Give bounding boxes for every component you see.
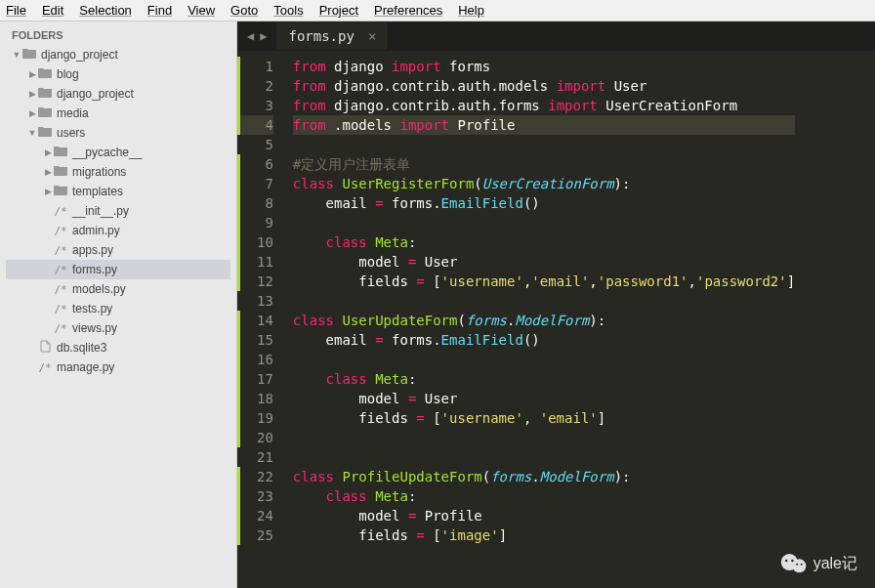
line-number[interactable]: 11	[237, 252, 273, 272]
code-line[interactable]: #定义用户注册表单	[293, 154, 795, 174]
tree-item-label: django_project	[57, 87, 134, 101]
menu-selection[interactable]: Selection	[79, 3, 131, 18]
line-number[interactable]: 4	[237, 115, 273, 135]
tree-item-templates[interactable]: ▶templates	[6, 182, 230, 201]
line-number[interactable]: 3	[237, 96, 273, 115]
tree-item-admin-py[interactable]: /*admin.py	[6, 221, 230, 240]
menu-project[interactable]: Project	[319, 3, 358, 18]
code-line[interactable]: from django.contrib.auth.models import U…	[293, 76, 795, 96]
code-line[interactable]: class ProfileUpdateForm(forms.ModelForm)…	[293, 467, 795, 486]
code-line[interactable]: class Meta:	[293, 369, 795, 389]
code-line[interactable]: model = User	[293, 252, 795, 272]
tree-item-forms-py[interactable]: /*forms.py	[6, 260, 230, 279]
code-line[interactable]: email = forms.EmailField()	[293, 193, 795, 213]
folder-icon	[53, 165, 68, 179]
code-line[interactable]	[293, 447, 795, 467]
tree-item-users[interactable]: ▼users	[6, 123, 230, 143]
chevron-down-icon[interactable]: ▼	[27, 128, 37, 138]
tree-item-migrations[interactable]: ▶migrations	[6, 162, 230, 182]
menu-tools[interactable]: Tools	[273, 3, 303, 18]
nav-next-icon[interactable]: ▶	[260, 29, 267, 43]
tree-item-apps-py[interactable]: /*apps.py	[6, 240, 230, 260]
code-line[interactable]	[293, 213, 795, 232]
menubar: FileEditSelectionFindViewGotoToolsProjec…	[0, 0, 875, 21]
nav-prev-icon[interactable]: ◀	[247, 29, 254, 43]
tree-item-label: blog	[57, 67, 79, 81]
menu-goto[interactable]: Goto	[230, 3, 258, 18]
line-number[interactable]: 25	[237, 525, 273, 545]
menu-edit[interactable]: Edit	[42, 3, 63, 18]
tree-item-django_project[interactable]: ▼django_project	[6, 45, 230, 64]
chevron-right-icon[interactable]: ▶	[43, 167, 53, 177]
tree-item-tests-py[interactable]: /*tests.py	[6, 299, 230, 318]
tree-item-models-py[interactable]: /*models.py	[6, 279, 230, 299]
code-line[interactable]: fields = ['username','email','password1'…	[293, 272, 795, 291]
line-number[interactable]: 12	[237, 272, 273, 291]
menu-find[interactable]: Find	[147, 3, 172, 18]
line-number[interactable]: 8	[237, 193, 273, 213]
chevron-down-icon[interactable]: ▼	[12, 50, 21, 60]
code-line[interactable]: class UserUpdateForm(forms.ModelForm):	[293, 311, 795, 330]
line-number[interactable]: 19	[237, 408, 273, 428]
code-line[interactable]	[293, 291, 795, 311]
code-line[interactable]: from django.contrib.auth.forms import Us…	[293, 96, 795, 115]
line-number[interactable]: 23	[237, 486, 273, 506]
code-line[interactable]: fields = ['username', 'email']	[293, 408, 795, 428]
line-number[interactable]: 5	[257, 135, 273, 154]
chevron-right-icon[interactable]: ▶	[27, 89, 37, 99]
code-line[interactable]: from django import forms	[293, 57, 795, 76]
tree-item-__init__-py[interactable]: /*__init__.py	[6, 201, 230, 221]
code-editor[interactable]: 1234567891011121314151617181920212223242…	[237, 51, 875, 588]
tree-item-django_project[interactable]: ▶django_project	[6, 84, 230, 104]
line-number[interactable]: 18	[237, 389, 273, 408]
tree-item-manage-py[interactable]: /*manage.py	[6, 357, 230, 377]
tree-item-media[interactable]: ▶media	[6, 104, 230, 123]
close-icon[interactable]: ×	[368, 28, 376, 44]
svg-point-4	[796, 564, 798, 566]
tree-item-label: models.py	[72, 282, 126, 296]
py-icon: /*	[53, 205, 68, 218]
svg-point-5	[800, 564, 802, 566]
tab-forms[interactable]: forms.py ×	[276, 22, 389, 50]
line-number[interactable]: 9	[237, 213, 273, 232]
line-number[interactable]: 20	[237, 428, 273, 447]
line-number[interactable]: 17	[237, 369, 273, 389]
line-number[interactable]: 1	[237, 57, 273, 76]
line-number[interactable]: 24	[237, 506, 273, 525]
line-number[interactable]: 21	[257, 447, 273, 467]
py-icon: /*	[53, 283, 68, 296]
code-line[interactable]: fields = ['image']	[293, 525, 795, 545]
code-line[interactable]	[293, 428, 795, 447]
tree-item-db-sqlite3[interactable]: db.sqlite3	[6, 338, 230, 357]
code-line[interactable]: class UserRegisterForm(UserCreationForm)…	[293, 174, 795, 193]
code-line[interactable]: class Meta:	[293, 486, 795, 506]
line-number[interactable]: 14	[237, 311, 273, 330]
menu-file[interactable]: File	[6, 3, 26, 18]
line-number[interactable]: 7	[237, 174, 273, 193]
code-line[interactable]: email = forms.EmailField()	[293, 330, 795, 350]
tree-item-__pycache__[interactable]: ▶__pycache__	[6, 143, 230, 162]
line-number[interactable]: 6	[237, 154, 273, 174]
menu-preferences[interactable]: Preferences	[374, 3, 442, 18]
py-icon: /*	[53, 322, 68, 335]
menu-help[interactable]: Help	[458, 3, 484, 18]
chevron-right-icon[interactable]: ▶	[43, 187, 53, 196]
code-line[interactable]: from .models import Profile	[293, 115, 795, 135]
code-line[interactable]	[293, 350, 795, 369]
chevron-right-icon[interactable]: ▶	[43, 147, 53, 157]
line-number[interactable]: 13	[257, 291, 273, 311]
tree-item-views-py[interactable]: /*views.py	[6, 318, 230, 338]
code-line[interactable]: model = Profile	[293, 506, 795, 525]
line-number[interactable]: 2	[237, 76, 273, 96]
code-line[interactable]	[293, 135, 795, 154]
code-line[interactable]: model = User	[293, 389, 795, 408]
chevron-right-icon[interactable]: ▶	[27, 69, 37, 79]
code-line[interactable]: class Meta:	[293, 232, 795, 252]
line-number[interactable]: 16	[237, 350, 273, 369]
chevron-right-icon[interactable]: ▶	[27, 108, 37, 118]
line-number[interactable]: 15	[237, 330, 273, 350]
menu-view[interactable]: View	[188, 3, 215, 18]
line-number[interactable]: 10	[237, 232, 273, 252]
line-number[interactable]: 22	[237, 467, 273, 486]
tree-item-blog[interactable]: ▶blog	[6, 64, 230, 84]
